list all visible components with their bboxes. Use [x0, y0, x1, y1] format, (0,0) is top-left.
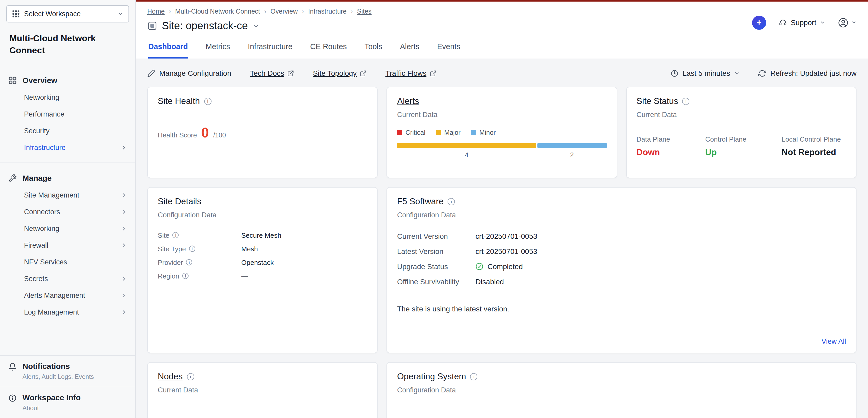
detail-row: Regioni —: [158, 269, 367, 283]
tab-ce-routes[interactable]: CE Routes: [310, 42, 347, 59]
breadcrumb-sites[interactable]: Sites: [357, 8, 372, 15]
assistant-button[interactable]: +: [752, 16, 766, 30]
card-title: Site Status: [637, 96, 678, 106]
sidebar-item-label: Alerts Management: [24, 292, 85, 300]
workspace-selector[interactable]: Select Workspace: [6, 5, 129, 23]
sidebar-item-networking[interactable]: Networking: [0, 89, 135, 106]
sidebar-item-label: Networking: [24, 94, 59, 101]
workspace-grid-icon: [12, 10, 20, 18]
site-status-value: Up: [705, 147, 747, 157]
sidebar-item-security[interactable]: Security: [0, 123, 135, 140]
sidebar-item-firewall[interactable]: Firewall: [0, 237, 135, 254]
info-icon[interactable]: i: [204, 97, 211, 105]
chevron-right-icon: [121, 293, 127, 299]
tab-dashboard[interactable]: Dashboard: [148, 42, 188, 59]
sidebar-item-nfv-services[interactable]: NFV Services: [0, 254, 135, 271]
title-chevron-down-icon[interactable]: [252, 23, 259, 29]
sidebar-item-infrastructure[interactable]: Infrastructure: [0, 140, 135, 156]
sidebar-section-manage[interactable]: Manage: [0, 169, 135, 187]
alerts-legend-item: Major: [436, 129, 461, 137]
software-value: Completed: [488, 262, 523, 270]
alerts-bar-count-major: 4: [397, 152, 536, 159]
sidebar-item-label: Performance: [24, 111, 64, 118]
tab-tools[interactable]: Tools: [365, 42, 382, 59]
view-all-link[interactable]: View All: [822, 337, 846, 346]
breadcrumb-overview[interactable]: Overview: [271, 8, 298, 15]
time-range-select[interactable]: Last 5 minutes: [671, 69, 740, 77]
breadcrumb-home[interactable]: Home: [147, 8, 165, 15]
external-link-icon: [430, 70, 436, 77]
traffic-flows-link[interactable]: Traffic Flows: [385, 69, 436, 77]
site-status-item: Local Control Plane Not Reported: [781, 135, 841, 157]
card-subtitle: Current Data: [397, 111, 607, 119]
info-icon[interactable]: i: [187, 373, 194, 380]
sidebar-item-alerts-management[interactable]: Alerts Management: [0, 287, 135, 304]
sidebar-item-connectors[interactable]: Connectors: [0, 204, 135, 220]
info-icon[interactable]: i: [186, 259, 192, 265]
software-row: Latest Version crt-20250701-0053: [397, 243, 846, 259]
info-icon[interactable]: i: [189, 245, 195, 252]
tech-docs-link[interactable]: Tech Docs: [250, 69, 294, 77]
support-button[interactable]: Support: [779, 18, 825, 27]
card-title: Site Health: [158, 96, 200, 106]
tab-events[interactable]: Events: [437, 42, 460, 59]
sidebar-section-overview[interactable]: Overview: [0, 71, 135, 89]
site-status-label: Local Control Plane: [781, 135, 841, 143]
card-title-link[interactable]: Nodes: [158, 371, 183, 382]
alerts-stacked-bar: [397, 143, 607, 148]
sidebar-item-label: Networking: [24, 225, 59, 233]
refresh-button[interactable]: Refresh: Updated just now: [758, 69, 857, 77]
account-menu[interactable]: [838, 17, 857, 28]
alerts-bar-segment-major: [397, 143, 536, 148]
software-label: Current Version: [397, 232, 475, 240]
traffic-flows-label: Traffic Flows: [385, 69, 427, 77]
software-label: Upgrade Status: [397, 262, 475, 270]
sidebar-item-site-management[interactable]: Site Management: [0, 187, 135, 204]
tab-infrastructure[interactable]: Infrastructure: [248, 42, 292, 59]
alerts-legend-label: Major: [444, 129, 461, 137]
info-icon[interactable]: i: [182, 273, 189, 279]
sidebar: Select Workspace Multi-Cloud Network Con…: [0, 0, 136, 418]
card-subtitle: Configuration Data: [397, 211, 846, 219]
info-icon[interactable]: i: [173, 232, 179, 238]
sidebar-notifications[interactable]: Notifications Alerts, Audit Logs, Events: [0, 356, 135, 387]
breadcrumb-infrastructure[interactable]: Infrastructure: [308, 8, 346, 15]
info-icon[interactable]: i: [448, 198, 455, 205]
sidebar-item-networking-manage[interactable]: Networking: [0, 220, 135, 237]
sidebar-item-performance[interactable]: Performance: [0, 106, 135, 123]
alerts-bar-labels: 42: [397, 152, 607, 159]
breadcrumb-mcn[interactable]: Multi-Cloud Network Connect: [175, 8, 260, 15]
card-subtitle: Current Data: [637, 111, 846, 119]
info-icon[interactable]: i: [682, 97, 690, 105]
sidebar-item-log-management[interactable]: Log Management: [0, 304, 135, 321]
sidebar-footer: Notifications Alerts, Audit Logs, Events…: [0, 355, 135, 418]
manage-configuration-button[interactable]: Manage Configuration: [147, 69, 231, 77]
alerts-legend-item: Minor: [471, 129, 496, 137]
header-actions: + Support: [752, 13, 857, 32]
notifications-label: Notifications: [23, 362, 94, 370]
card-subtitle: Current Data: [158, 386, 367, 394]
tab-metrics[interactable]: Metrics: [206, 42, 230, 59]
sidebar-item-secrets[interactable]: Secrets: [0, 271, 135, 287]
site-status-label: Data Plane: [637, 135, 670, 143]
tech-docs-label: Tech Docs: [250, 69, 284, 77]
site-status-value: Down: [637, 147, 670, 157]
breadcrumb: Home › Multi-Cloud Network Connect › Ove…: [147, 8, 372, 15]
info-icon[interactable]: i: [470, 373, 477, 380]
chevron-down-icon: [820, 20, 825, 25]
card-title: F5 Software: [397, 197, 444, 206]
workspace-selector-label: Select Workspace: [24, 10, 113, 18]
alerts-legend-item: Critical: [397, 129, 425, 137]
tab-alerts[interactable]: Alerts: [400, 42, 420, 59]
breadcrumb-separator: ›: [351, 8, 353, 15]
sidebar-item-label: Infrastructure: [24, 144, 66, 152]
avatar-icon: [838, 17, 849, 28]
site-topology-link[interactable]: Site Topology: [313, 69, 367, 77]
card-title-link[interactable]: Alerts: [397, 96, 419, 106]
sidebar-workspace-info[interactable]: Workspace Info About: [0, 387, 135, 418]
workspace-info-icon: [8, 394, 17, 402]
sidebar-section-label: Manage: [23, 174, 52, 183]
assistant-icon: +: [757, 18, 762, 27]
breadcrumb-separator: ›: [264, 8, 266, 15]
detail-value: Secure Mesh: [241, 231, 281, 239]
